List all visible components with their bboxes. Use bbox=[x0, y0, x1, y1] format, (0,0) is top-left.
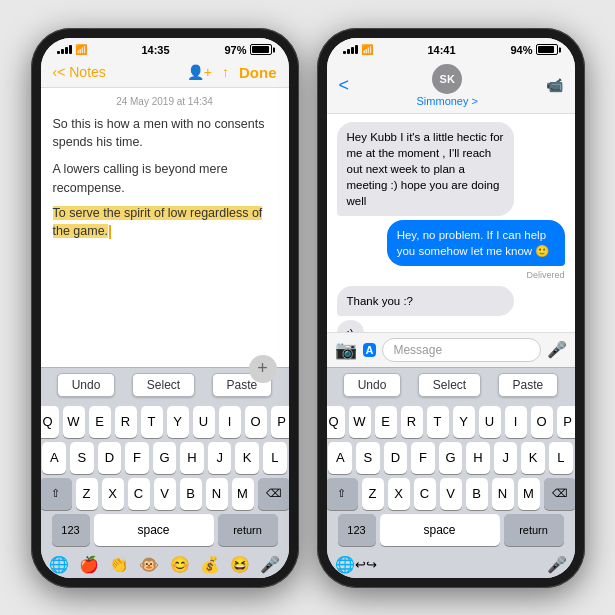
key-p[interactable]: P bbox=[271, 406, 289, 438]
notes-navbar: ‹ < Notes 👤+ ↑ Done bbox=[41, 58, 289, 88]
space-key[interactable]: space bbox=[94, 514, 214, 546]
numbers-key[interactable]: 123 bbox=[52, 514, 90, 546]
key-row-3: ⇧ Z X C V B N M ⌫ bbox=[43, 478, 287, 510]
key-j[interactable]: J bbox=[208, 442, 232, 474]
msg-return-key[interactable]: return bbox=[504, 514, 564, 546]
msg-key-y[interactable]: Y bbox=[453, 406, 475, 438]
msg-key-v[interactable]: V bbox=[440, 478, 462, 510]
delete-key[interactable]: ⌫ bbox=[258, 478, 289, 510]
select-button[interactable]: Select bbox=[132, 373, 195, 397]
shift-key[interactable]: ⇧ bbox=[41, 478, 72, 510]
smile-icon[interactable]: 😊 bbox=[170, 555, 190, 574]
key-g[interactable]: G bbox=[153, 442, 177, 474]
key-k[interactable]: K bbox=[235, 442, 259, 474]
key-w[interactable]: W bbox=[63, 406, 85, 438]
key-v[interactable]: V bbox=[154, 478, 176, 510]
key-f[interactable]: F bbox=[125, 442, 149, 474]
notes-add-button[interactable]: + bbox=[249, 355, 277, 383]
msg-key-n[interactable]: N bbox=[492, 478, 514, 510]
undo-button[interactable]: Undo bbox=[57, 373, 116, 397]
key-n[interactable]: N bbox=[206, 478, 228, 510]
phone-messages: 📶 14:41 94% < SK Simmoney > 📹 bbox=[317, 28, 585, 588]
msg-key-u[interactable]: U bbox=[479, 406, 501, 438]
msg-key-i[interactable]: I bbox=[505, 406, 527, 438]
add-person-icon[interactable]: 👤+ bbox=[187, 64, 212, 80]
key-u[interactable]: U bbox=[193, 406, 215, 438]
time-display-msg: 14:41 bbox=[427, 44, 455, 56]
key-a[interactable]: A bbox=[42, 442, 66, 474]
msg-key-g[interactable]: G bbox=[439, 442, 463, 474]
msg-key-o[interactable]: O bbox=[531, 406, 553, 438]
msg-key-f[interactable]: F bbox=[411, 442, 435, 474]
notes-back-button[interactable]: ‹ < Notes bbox=[53, 64, 106, 80]
msg-key-w[interactable]: W bbox=[349, 406, 371, 438]
msg-key-d[interactable]: D bbox=[384, 442, 408, 474]
globe-icon[interactable]: 🌐 bbox=[49, 555, 69, 574]
key-o[interactable]: O bbox=[245, 406, 267, 438]
msg-select-button[interactable]: Select bbox=[418, 373, 481, 397]
msg-key-j[interactable]: J bbox=[494, 442, 518, 474]
key-z[interactable]: Z bbox=[76, 478, 98, 510]
globe-icon-msg[interactable]: 🌐 bbox=[335, 555, 355, 574]
key-r[interactable]: R bbox=[115, 406, 137, 438]
key-i[interactable]: I bbox=[219, 406, 241, 438]
key-q[interactable]: Q bbox=[41, 406, 59, 438]
undo-icon[interactable]: ↩ bbox=[355, 557, 366, 572]
msg-paste-button[interactable]: Paste bbox=[498, 373, 559, 397]
msg-key-p[interactable]: P bbox=[557, 406, 575, 438]
msg-numbers-key[interactable]: 123 bbox=[338, 514, 376, 546]
key-c[interactable]: C bbox=[128, 478, 150, 510]
msg-key-x[interactable]: X bbox=[388, 478, 410, 510]
note-paragraph-1[interactable]: So this is how a men with no consents sp… bbox=[53, 115, 277, 153]
msg-key-q[interactable]: Q bbox=[327, 406, 345, 438]
redo-icon[interactable]: ↩ bbox=[366, 557, 377, 572]
msg-key-c[interactable]: C bbox=[414, 478, 436, 510]
key-x[interactable]: X bbox=[102, 478, 124, 510]
key-l[interactable]: L bbox=[263, 442, 287, 474]
mic-button[interactable]: 🎤 bbox=[547, 340, 567, 359]
msg-key-m[interactable]: M bbox=[518, 478, 540, 510]
note-paragraph-2[interactable]: A lowers calling is beyond mere recompen… bbox=[53, 160, 277, 198]
share-icon[interactable]: ↑ bbox=[222, 64, 229, 80]
msg-key-r[interactable]: R bbox=[401, 406, 423, 438]
msg-key-s[interactable]: S bbox=[356, 442, 380, 474]
msg-key-a[interactable]: A bbox=[328, 442, 352, 474]
msg-key-k[interactable]: K bbox=[521, 442, 545, 474]
clap-icon[interactable]: 👏 bbox=[109, 555, 129, 574]
return-key[interactable]: return bbox=[218, 514, 278, 546]
msg-key-z[interactable]: Z bbox=[362, 478, 384, 510]
msg-delete-key[interactable]: ⌫ bbox=[544, 478, 575, 510]
key-t[interactable]: T bbox=[141, 406, 163, 438]
mic-icon[interactable]: 🎤 bbox=[260, 555, 280, 574]
msg-key-t[interactable]: T bbox=[427, 406, 449, 438]
msg-mic-icon[interactable]: 🎤 bbox=[547, 555, 567, 574]
key-e[interactable]: E bbox=[89, 406, 111, 438]
camera-icon[interactable]: 📷 bbox=[335, 339, 357, 361]
key-s[interactable]: S bbox=[70, 442, 94, 474]
message-placeholder: Message bbox=[393, 343, 442, 357]
monkey-icon[interactable]: 🐵 bbox=[139, 555, 159, 574]
done-button[interactable]: Done bbox=[239, 64, 277, 81]
msg-shift-key[interactable]: ⇧ bbox=[327, 478, 358, 510]
money-icon[interactable]: 💰 bbox=[200, 555, 220, 574]
msg-key-l[interactable]: L bbox=[549, 442, 573, 474]
msg-key-e[interactable]: E bbox=[375, 406, 397, 438]
messages-back-button[interactable]: < bbox=[339, 75, 350, 96]
app-store-icon[interactable]: A bbox=[363, 343, 377, 357]
message-input[interactable]: Message bbox=[382, 338, 540, 362]
apple-icon[interactable]: 🍎 bbox=[79, 555, 99, 574]
key-d[interactable]: D bbox=[98, 442, 122, 474]
key-b[interactable]: B bbox=[180, 478, 202, 510]
msg-space-key[interactable]: space bbox=[380, 514, 500, 546]
emoji-bar: 🌐 🍎 👏 🐵 😊 💰 😆 🎤 bbox=[41, 552, 289, 578]
video-call-icon[interactable]: 📹 bbox=[546, 77, 563, 93]
key-m[interactable]: M bbox=[232, 478, 254, 510]
contact-info[interactable]: SK Simmoney > bbox=[417, 64, 478, 107]
laugh-icon[interactable]: 😆 bbox=[230, 555, 250, 574]
msg-undo-button[interactable]: Undo bbox=[343, 373, 402, 397]
msg-key-b[interactable]: B bbox=[466, 478, 488, 510]
msg-key-h[interactable]: H bbox=[466, 442, 490, 474]
key-y[interactable]: Y bbox=[167, 406, 189, 438]
note-highlighted-text[interactable]: To serve the spirit of low regardless of… bbox=[53, 204, 277, 242]
key-h[interactable]: H bbox=[180, 442, 204, 474]
